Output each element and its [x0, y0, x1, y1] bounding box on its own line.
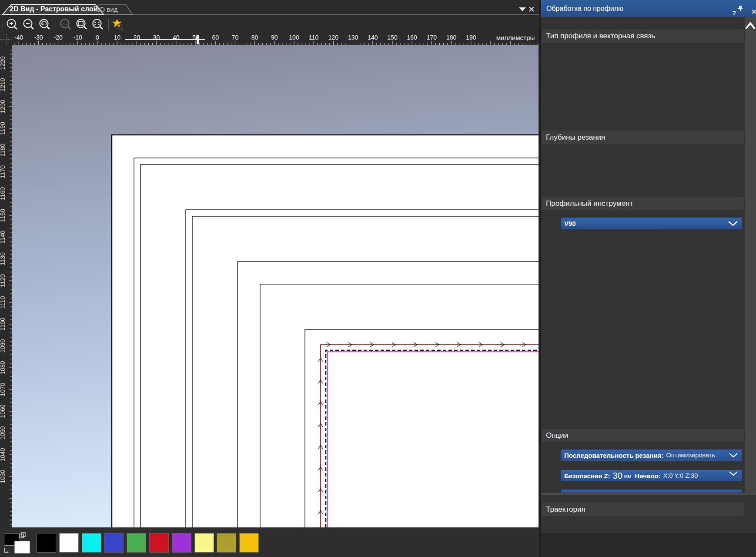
ruler-v-label: 1190 [0, 122, 6, 135]
section-profile-type: Тип профиля и векторная связь [542, 29, 744, 43]
ruler-origin-icon [0, 34, 12, 45]
zoom-1to1-icon[interactable]: 1:1 [59, 18, 74, 32]
section-options: Опции [542, 429, 744, 442]
safe-z-unit: мм [624, 473, 632, 480]
ruler-unit-label: миллиметры [496, 34, 535, 41]
ruler-v-label: 1200 [0, 100, 6, 113]
ruler-h-label: 30 [153, 34, 160, 41]
zoom-fit-icon[interactable] [91, 18, 106, 32]
ruler-h-label: -30 [34, 34, 43, 41]
ruler-h-label: 140 [368, 34, 378, 41]
clipped-option-dropdown[interactable] [561, 490, 742, 493]
ruler-h-label: -10 [74, 34, 82, 41]
view-minimize-icon[interactable] [519, 7, 526, 11]
scroll-up-icon[interactable] [745, 20, 756, 32]
ruler-v-label: 1090 [0, 339, 6, 352]
ruler-v-label: 1170 [0, 165, 6, 178]
tab-3d-view[interactable]: 3D вид [97, 6, 117, 13]
app-root: 2D Вид - Растровый слой 3D вид ✕ [0, 0, 756, 557]
panel-title-bar: Обработка по профилю ? ✕ [541, 0, 756, 17]
palette-swatch[interactable] [149, 533, 169, 553]
cut-sequence-dropdown[interactable]: Последовательность резания: Оптимизирова… [561, 450, 742, 461]
palette-swatch[interactable] [82, 533, 101, 553]
cut-sequence-label: Последовательность резания: [564, 452, 664, 459]
tab-2d-view[interactable]: 2D Вид - Растровый слой [10, 5, 98, 13]
ruler-v-label: 1040 [0, 448, 6, 461]
horizontal-ruler: -40-30-20-100102030405060708090100110120… [0, 34, 539, 45]
ruler-h-label: 160 [407, 34, 418, 41]
cut-sequence-value: Оптимизировать [666, 452, 715, 459]
zoom-in-icon[interactable] [5, 18, 20, 32]
panel-title: Обработка по профилю [546, 5, 623, 12]
ruler-h-label: 80 [251, 34, 258, 41]
background-color-swatch[interactable] [14, 541, 30, 554]
ruler-h-label: 60 [212, 34, 219, 41]
zoom-window-icon[interactable] [75, 18, 90, 32]
ruler-v-label: 1030 [0, 470, 6, 483]
viewport-pane: 2D Вид - Растровый слой 3D вид ✕ [0, 0, 539, 557]
ruler-h-label: 120 [328, 34, 339, 41]
ruler-h-label: 0 [96, 34, 99, 41]
zoom-selected-vectors-icon[interactable] [111, 18, 126, 32]
ruler-h-label: -20 [54, 34, 62, 41]
ruler-v-label: 1180 [0, 144, 6, 157]
home-value: X:0 Y:0 Z:30 [663, 472, 698, 479]
ruler-v-label: 1210 [0, 78, 6, 91]
tool-select-dropdown[interactable]: V90 [561, 218, 742, 229]
tool-name: V90 [564, 220, 576, 227]
ruler-h-label: 90 [271, 34, 278, 41]
ruler-h-label: 20 [134, 34, 140, 41]
ruler-v-label: 1220 [0, 56, 6, 70]
swap-colors-icon[interactable] [3, 547, 10, 554]
toolbar-separator [56, 19, 56, 31]
canvas-area: 1220121012001190118011701160115011401130… [0, 45, 539, 527]
zoom-toolbar: 1:1 [0, 15, 539, 34]
palette-swatch[interactable] [127, 533, 146, 553]
home-label: Начало: [635, 472, 660, 480]
ruler-h-label: 70 [232, 34, 239, 41]
ruler-h-label: 100 [289, 34, 299, 41]
ruler-h-label: -40 [14, 34, 23, 41]
vector-rectangle[interactable] [305, 329, 539, 527]
ruler-v-label: 1130 [0, 252, 6, 265]
section-toolpath: Траектория [542, 503, 744, 516]
palette-swatch[interactable] [104, 533, 124, 553]
palette-swatch[interactable] [37, 533, 56, 553]
ruler-v-label: 1120 [0, 274, 6, 287]
ruler-v-label: 1060 [0, 404, 6, 418]
ruler-h-label: 130 [348, 34, 358, 41]
view-close-icon[interactable]: ✕ [528, 4, 535, 14]
safe-z-dropdown[interactable]: Безопасная Z: 30 мм Начало: X:0 Y:0 Z:30 [561, 470, 742, 481]
ruler-h-label: 150 [387, 34, 398, 41]
panel-scrollbar[interactable] [745, 17, 756, 493]
ruler-v-label: 1110 [0, 296, 6, 309]
palette-swatch[interactable] [172, 533, 191, 553]
color-palette-bar [0, 527, 539, 557]
svg-text:1:1: 1:1 [63, 22, 67, 25]
ruler-h-label: 110 [309, 34, 319, 41]
palette-swatch[interactable] [194, 533, 214, 553]
safe-z-value: 30 [613, 471, 622, 481]
duplicate-colors-icon[interactable] [19, 532, 26, 539]
toolbar-grip [3, 19, 3, 31]
zoom-previous-icon[interactable] [38, 18, 53, 32]
safe-z-label: Безопасная Z: [564, 472, 610, 480]
palette-swatch[interactable] [239, 533, 259, 553]
palette-swatch[interactable] [59, 533, 79, 553]
ruler-v-label: 1080 [0, 361, 6, 374]
ruler-h-label: 40 [173, 34, 180, 41]
panel-splitter[interactable] [541, 493, 756, 495]
profile-machining-panel: Обработка по профилю ? ✕ Тип профиля и в… [541, 0, 756, 557]
zoom-out-icon[interactable] [22, 18, 37, 32]
palette-swatch[interactable] [217, 533, 236, 553]
ruler-h-label: 10 [114, 34, 120, 41]
ruler-v-label: 1100 [0, 318, 6, 331]
ruler-v-label: 1160 [0, 187, 6, 200]
panel-bottom-bar [541, 533, 756, 557]
drawing-canvas[interactable] [12, 45, 539, 527]
section-cut-depths: Глубины резания [542, 131, 744, 144]
pin-icon[interactable] [738, 5, 743, 12]
ruler-v-label: 1070 [0, 383, 6, 396]
help-icon[interactable]: ? [732, 4, 736, 21]
ruler-v-label: 1150 [0, 209, 6, 222]
